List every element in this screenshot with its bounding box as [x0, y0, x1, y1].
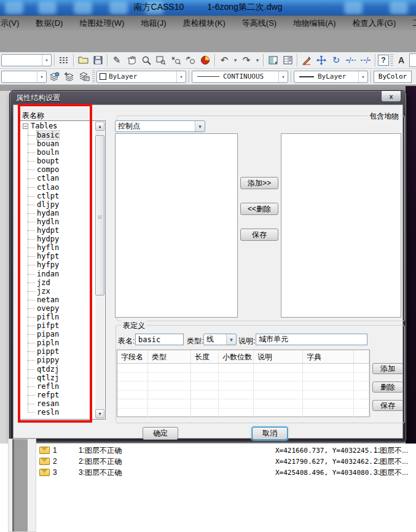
- tree-item[interactable]: ctlpt: [20, 192, 105, 200]
- command-combo[interactable]: ▾: [1, 54, 52, 66]
- menu-item[interactable]: 地籍(J): [141, 18, 166, 29]
- drawing-canvas[interactable]: [406, 86, 416, 444]
- pencil-icon[interactable]: ✎: [110, 53, 124, 67]
- tree-item[interactable]: refpt: [20, 391, 105, 399]
- tree-item[interactable]: dljpy: [20, 200, 105, 209]
- tree-item[interactable]: refln: [20, 382, 105, 391]
- layer-previous-icon[interactable]: [63, 70, 76, 84]
- save-features-button[interactable]: 保存: [240, 229, 278, 241]
- tree-item[interactable]: pifpt: [20, 321, 105, 330]
- tree-item[interactable]: pippt: [20, 347, 105, 356]
- scroll-up-icon[interactable]: ▲: [95, 122, 104, 131]
- plotstyle-box[interactable]: ByColor: [374, 71, 412, 83]
- close-icon[interactable]: x: [381, 91, 401, 102]
- menu-item[interactable]: 检查入库(G): [353, 18, 396, 29]
- included-features-list[interactable]: [281, 133, 401, 318]
- move-icon[interactable]: [315, 53, 328, 67]
- join-line-icon[interactable]: [359, 53, 372, 67]
- window-titlebar[interactable]: 南方CASS10 1-6zong第二次.dwg: [0, 0, 416, 15]
- tree-scrollbar[interactable]: ▲ ▼: [95, 122, 104, 418]
- tree-item[interactable]: resln: [20, 408, 105, 417]
- fields-column-header[interactable]: 字段名: [117, 350, 148, 364]
- table-name-input[interactable]: basic: [135, 334, 184, 345]
- fields-table[interactable]: 字段名类型长度小数位数说明字典: [117, 350, 370, 417]
- fields-column-header[interactable]: 小数位数: [219, 350, 254, 364]
- toolbar-grip[interactable]: [390, 54, 393, 66]
- match-properties-icon[interactable]: [300, 53, 313, 67]
- layer-states-icon[interactable]: [77, 70, 91, 84]
- tool-palettes-icon[interactable]: [281, 53, 294, 67]
- tree-item[interactable]: hyfpy: [20, 260, 105, 269]
- table-name-tree[interactable]: − Tables basicbouanboulnbouptcompoctlanc…: [20, 120, 106, 420]
- menu-item[interactable]: 地物编辑(A): [293, 18, 336, 29]
- linetype-combo[interactable]: CONTINUOUS ▾: [192, 71, 288, 83]
- tree-item[interactable]: hyfpt: [20, 252, 105, 260]
- scroll-down-icon[interactable]: ▼: [95, 409, 104, 418]
- tree-item[interactable]: boupt: [20, 157, 105, 165]
- zoom-previous-icon[interactable]: [184, 53, 197, 67]
- feature-type-combo[interactable]: 控制点 ▾: [115, 120, 205, 132]
- pan-hand-icon[interactable]: [125, 53, 138, 67]
- fields-column-header[interactable]: 说明: [254, 350, 303, 364]
- lineweight-combo[interactable]: ByLayer ▾: [294, 71, 368, 83]
- tree-item[interactable]: pippy: [20, 356, 105, 364]
- menu-item[interactable]: 数据(D): [36, 18, 63, 29]
- tree-item[interactable]: ctlao: [20, 183, 105, 192]
- menu-item[interactable]: 质检模块(K): [183, 18, 226, 29]
- tree-item[interactable]: qtlzj: [20, 374, 105, 382]
- tree-item[interactable]: hydln: [20, 217, 105, 226]
- fields-column-header[interactable]: 类型: [148, 350, 191, 364]
- ok-button[interactable]: 确定: [143, 427, 178, 440]
- available-features-list[interactable]: [115, 133, 238, 318]
- color-combo[interactable]: ByLayer ▾: [96, 71, 186, 83]
- undo-dropdown-caret[interactable]: ▾: [232, 57, 238, 63]
- zoom-window-icon[interactable]: [154, 53, 168, 67]
- rotate-icon[interactable]: ↻: [329, 53, 343, 67]
- tree-item[interactable]: compo: [20, 165, 105, 174]
- description-input[interactable]: 城市单元: [256, 334, 367, 345]
- undo-icon[interactable]: ↶: [218, 53, 231, 67]
- tree-root-row[interactable]: − Tables: [20, 121, 105, 131]
- tree-item[interactable]: basic: [20, 131, 105, 139]
- tree-item[interactable]: pipln: [20, 338, 105, 347]
- menu-item[interactable]: 绘图处理(W): [79, 18, 124, 29]
- tree-item[interactable]: jzx: [20, 287, 105, 295]
- tree-item[interactable]: hydpy: [20, 235, 105, 243]
- menu-item[interactable]: 示(V): [1, 18, 19, 29]
- open-file-icon[interactable]: [76, 53, 90, 67]
- menu-item[interactable]: 等高线(S): [242, 18, 277, 29]
- redo-icon[interactable]: ↷: [240, 53, 253, 67]
- message-row[interactable]: 3 3:图层不正确 X=425408.496, Y=4034080... 3:图…: [0, 467, 416, 478]
- tree-item[interactable]: indan: [20, 270, 105, 278]
- add-field-button[interactable]: 添加: [372, 363, 403, 374]
- scrollbar-thumb[interactable]: [95, 135, 104, 295]
- layer-combo[interactable]: ▾: [1, 71, 47, 83]
- tree-item[interactable]: netan: [20, 295, 105, 304]
- tree-item[interactable]: resan: [20, 399, 105, 408]
- tree-item[interactable]: hydpt: [20, 226, 105, 235]
- save-icon[interactable]: [91, 53, 104, 67]
- tree-item[interactable]: jzd: [20, 278, 105, 287]
- fields-column-header[interactable]: 长度: [191, 350, 219, 364]
- dashed-line-icon[interactable]: [57, 53, 71, 67]
- remove-feature-button[interactable]: <<删除: [240, 203, 278, 215]
- zoom-icon[interactable]: [139, 53, 153, 67]
- remove-field-button[interactable]: 删除: [372, 381, 403, 393]
- redo-dropdown-caret[interactable]: ▾: [254, 57, 261, 63]
- menu-item[interactable]: 工程应用(C): [412, 18, 416, 29]
- text-style-icon[interactable]: A: [394, 53, 408, 67]
- help-icon[interactable]: ?: [378, 55, 389, 66]
- message-row[interactable]: 1 1:图层不正确 X=421660.737, Y=4032245... 1:图…: [0, 445, 416, 456]
- tree-item[interactable]: pipan: [20, 330, 105, 338]
- tree-item[interactable]: hydan: [20, 209, 105, 217]
- properties-panel-icon[interactable]: [266, 53, 280, 67]
- tree-item[interactable]: hyfln: [20, 243, 105, 252]
- zoom-scale-icon[interactable]: [169, 53, 182, 67]
- tree-item[interactable]: pifln: [20, 313, 105, 321]
- fields-column-header[interactable]: 字典: [303, 350, 354, 364]
- cancel-button[interactable]: 取消: [252, 427, 288, 440]
- tree-item[interactable]: qtdzj: [20, 365, 105, 374]
- tree-item[interactable]: bouln: [20, 148, 105, 157]
- save-field-button[interactable]: 保存: [372, 400, 403, 411]
- toolbar-grip[interactable]: [92, 71, 95, 83]
